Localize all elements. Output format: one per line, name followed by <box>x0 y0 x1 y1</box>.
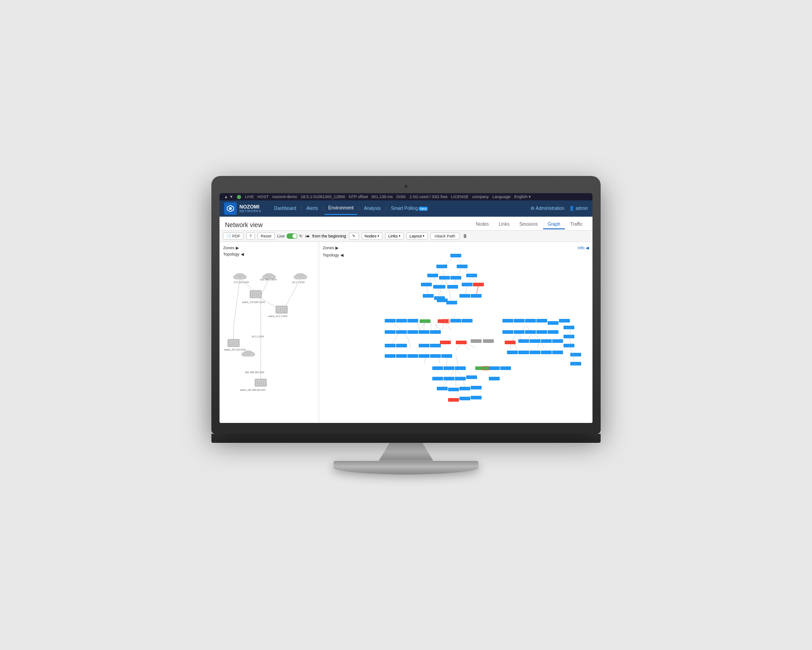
node[interactable] <box>447 285 458 289</box>
node[interactable] <box>462 283 473 286</box>
node[interactable] <box>448 388 459 391</box>
node[interactable] <box>536 319 547 323</box>
node-green[interactable] <box>420 319 430 323</box>
node[interactable] <box>450 319 461 323</box>
tab-nodes[interactable]: Nodes <box>471 220 493 229</box>
node[interactable] <box>396 354 407 358</box>
node[interactable] <box>507 351 518 354</box>
node[interactable] <box>441 354 452 358</box>
node[interactable] <box>385 354 396 358</box>
node[interactable] <box>432 366 443 370</box>
tab-links[interactable]: Links <box>494 220 514 229</box>
tab-traffic[interactable]: Traffic <box>566 220 587 229</box>
node-red-2[interactable] <box>438 319 449 323</box>
node-red[interactable] <box>473 283 484 286</box>
node[interactable] <box>385 344 396 347</box>
node[interactable] <box>396 319 407 323</box>
node[interactable] <box>466 274 477 277</box>
topology-label[interactable]: Topology ◀ <box>223 252 315 256</box>
nodes-dropdown[interactable]: Nodes ▾ <box>362 232 382 240</box>
node[interactable] <box>407 330 418 334</box>
node[interactable] <box>471 386 482 389</box>
pdf-button[interactable]: 📄 PDF <box>223 232 244 240</box>
reset-button[interactable]: Reset <box>258 232 275 240</box>
node[interactable] <box>462 319 473 323</box>
node[interactable] <box>435 285 445 289</box>
switch-node-1[interactable] <box>250 290 262 298</box>
cloud-node-1[interactable] <box>233 273 247 279</box>
node[interactable] <box>502 330 513 334</box>
node[interactable] <box>459 397 470 400</box>
node[interactable] <box>455 366 466 370</box>
node[interactable] <box>570 353 581 356</box>
graph-info-label[interactable]: Info ◀ <box>578 246 589 250</box>
node[interactable] <box>500 366 511 370</box>
node[interactable] <box>530 339 540 343</box>
node[interactable] <box>427 274 438 277</box>
user-link[interactable]: 👤 admin <box>569 206 588 211</box>
node[interactable] <box>450 254 461 257</box>
node[interactable] <box>466 375 477 379</box>
node[interactable] <box>446 301 457 304</box>
node[interactable] <box>564 344 574 347</box>
nav-environment[interactable]: Environment <box>325 202 357 215</box>
node[interactable] <box>502 319 513 323</box>
live-toggle[interactable]: Live ↻ <box>277 233 303 239</box>
node[interactable] <box>437 387 448 390</box>
node[interactable] <box>407 319 418 323</box>
node[interactable] <box>437 299 448 302</box>
cloud-node-3[interactable] <box>294 273 307 279</box>
switch-node-4[interactable] <box>255 379 267 386</box>
node-gray-2[interactable] <box>483 339 494 343</box>
node[interactable] <box>552 351 563 354</box>
graph-zones-label[interactable]: Zones ▶ <box>323 246 339 250</box>
node[interactable] <box>430 344 441 347</box>
node[interactable] <box>407 354 418 358</box>
node[interactable] <box>514 330 525 334</box>
cloud-node-4[interactable] <box>242 350 255 356</box>
attack-path-button[interactable]: Attack Path <box>430 232 459 240</box>
node[interactable] <box>525 330 536 334</box>
help-button[interactable]: ? <box>246 232 255 240</box>
node[interactable] <box>541 351 552 354</box>
node[interactable] <box>421 283 432 286</box>
node[interactable] <box>459 387 470 390</box>
node[interactable] <box>471 294 482 298</box>
node[interactable] <box>455 377 466 380</box>
admin-link[interactable]: ⚙ Administration <box>530 206 564 211</box>
node-red-5[interactable] <box>505 341 516 344</box>
node[interactable] <box>518 351 529 354</box>
node[interactable] <box>559 319 570 323</box>
node[interactable] <box>419 344 430 347</box>
node[interactable] <box>536 330 547 334</box>
zones-label[interactable]: Zones ▶ <box>223 246 315 250</box>
node[interactable] <box>518 339 529 343</box>
node[interactable] <box>430 354 441 358</box>
node-gray[interactable] <box>471 339 482 343</box>
node[interactable] <box>432 377 443 380</box>
node[interactable] <box>419 330 430 334</box>
node[interactable] <box>548 321 559 325</box>
switch-node-2[interactable] <box>276 306 287 313</box>
node-red-bottom[interactable] <box>448 398 459 402</box>
tab-sessions[interactable]: Sessions <box>515 220 542 229</box>
nav-dashboard[interactable]: Dashboard <box>270 202 300 214</box>
nav-smart-polling[interactable]: Smart PollingNew <box>387 202 431 214</box>
node[interactable] <box>489 366 500 370</box>
node[interactable] <box>489 377 500 380</box>
node[interactable] <box>570 362 581 365</box>
node-red-4[interactable] <box>456 341 467 344</box>
node[interactable] <box>471 396 482 399</box>
node[interactable] <box>459 294 470 298</box>
switch-node-3[interactable] <box>228 339 239 347</box>
node[interactable] <box>450 276 461 280</box>
links-dropdown[interactable]: Links ▾ <box>385 232 404 240</box>
layout-dropdown[interactable]: Layout ▾ <box>406 232 428 240</box>
pause-button[interactable]: ⏸ <box>462 233 468 239</box>
node[interactable] <box>530 351 540 354</box>
node[interactable] <box>439 276 450 280</box>
node[interactable] <box>385 330 396 334</box>
nav-analysis[interactable]: Analysis <box>360 202 384 214</box>
node[interactable] <box>396 344 407 347</box>
node[interactable] <box>564 326 574 329</box>
